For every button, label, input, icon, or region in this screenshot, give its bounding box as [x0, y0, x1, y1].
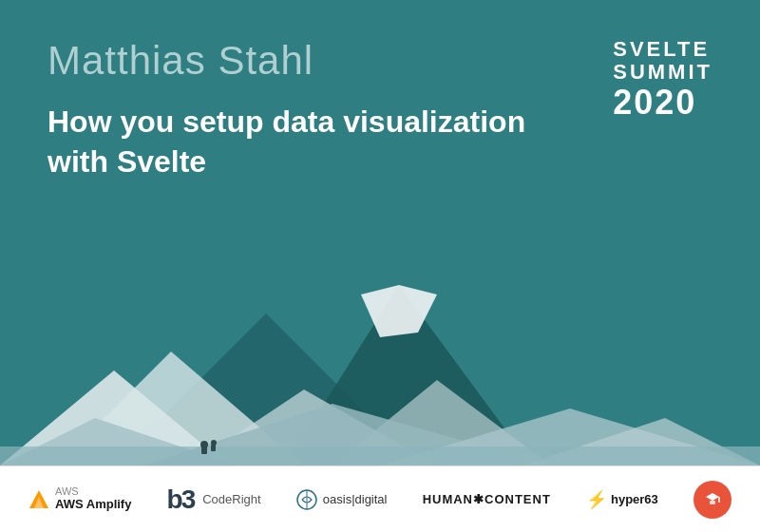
aws-icon — [28, 489, 49, 510]
sponsor-oasis: oasis|digital — [296, 489, 388, 510]
summit-summit-text: SUMMIT — [613, 61, 712, 84]
main-content: Matthias Stahl How you setup data visual… — [0, 0, 760, 466]
summit-year-text: 2020 — [613, 84, 712, 122]
sponsor-aws: AWS AWS Amplify — [28, 486, 131, 512]
svg-rect-11 — [0, 446, 760, 466]
right-circle-icon — [694, 481, 732, 519]
b3-logo-text: b3 — [167, 484, 195, 515]
human-label: HUMAN✱CONTENT — [423, 492, 551, 506]
summit-svelte-text: SVELTE — [613, 38, 712, 61]
hyper-label: hyper63 — [611, 492, 658, 506]
sponsor-hyper: ⚡ hyper63 — [586, 489, 658, 510]
svg-rect-14 — [201, 446, 207, 454]
mountain-illustration — [0, 256, 760, 466]
aws-label: AWS Amplify — [55, 497, 131, 512]
sponsor-b3: b3 CodeRight — [167, 484, 261, 515]
oasis-label: oasis|digital — [323, 492, 388, 506]
sponsor-human: HUMAN✱CONTENT — [423, 492, 551, 506]
sponsor-bar: AWS AWS Amplify b3 CodeRight oasis|digit… — [0, 466, 760, 532]
b3-sub-label: CodeRight — [202, 492, 260, 506]
summit-logo: SVELTE SUMMIT 2020 — [613, 38, 712, 122]
oasis-icon — [296, 489, 317, 510]
slide-container: Matthias Stahl How you setup data visual… — [0, 0, 760, 532]
talk-title: How you setup data visualization with Sv… — [48, 103, 542, 181]
svg-rect-15 — [211, 445, 216, 451]
graduation-icon — [702, 489, 723, 510]
hyper-bolt-icon: ⚡ — [586, 489, 607, 510]
svg-rect-22 — [710, 501, 715, 504]
